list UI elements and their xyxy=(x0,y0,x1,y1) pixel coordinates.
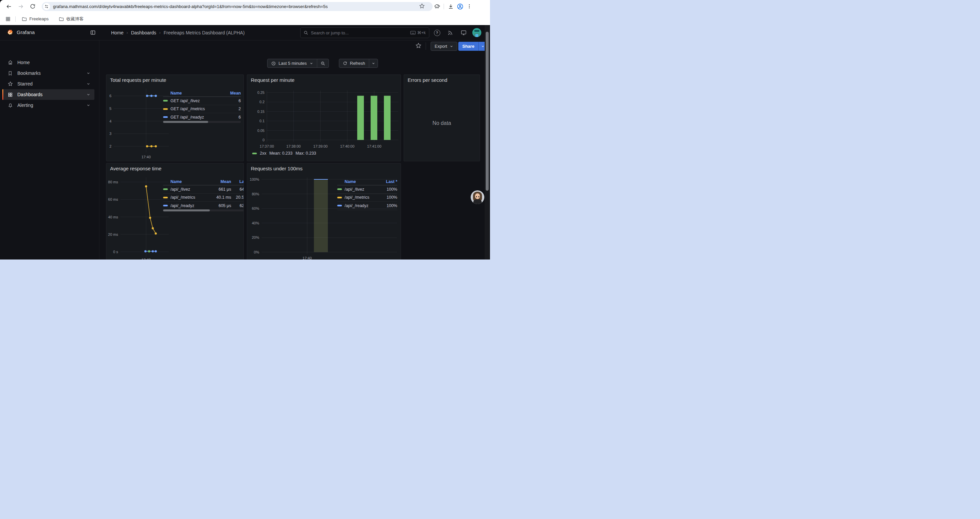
sidebar-item-home[interactable]: Home xyxy=(2,57,94,68)
chevron-down-icon[interactable] xyxy=(86,82,91,86)
legend-scrollbar[interactable] xyxy=(163,121,241,123)
user-avatar[interactable] xyxy=(473,28,481,37)
sidebar-item-dashboards[interactable]: Dashboards xyxy=(2,89,94,100)
legend-row[interactable]: GET /api/_/metrics 2 xyxy=(163,105,241,113)
sidebar-item-bookmarks[interactable]: Bookmarks xyxy=(2,68,94,78)
panel-avg-response-time: Average response time 80 ms60 ms40 ms20 … xyxy=(106,163,244,260)
avatar-detail xyxy=(475,34,478,37)
time-range-label: Last 5 minutes xyxy=(278,61,307,66)
legend-row[interactable]: /api/_/readyz 605 μs 620 xyxy=(163,202,244,210)
search-placeholder: Search or jump to... xyxy=(311,30,348,35)
panel-errors-per-second: Errors per second No data xyxy=(404,75,480,161)
series-color-pill xyxy=(163,116,168,118)
breadcrumb-home[interactable]: Home xyxy=(111,30,123,35)
search-input[interactable]: Search or jump to... ⌘+k xyxy=(300,27,429,38)
folder-icon xyxy=(22,16,27,22)
sidebar-toggle-button[interactable] xyxy=(90,30,96,35)
series-color-pill xyxy=(163,205,168,206)
help-button[interactable]: ? xyxy=(433,29,441,37)
bookmark-icon xyxy=(8,71,13,76)
panel-title[interactable]: Requests under 100ms xyxy=(251,166,302,171)
legend-row[interactable]: /api/_/readyz 100% xyxy=(337,202,397,210)
bookmark-folder-freeleaps[interactable]: Freeleaps xyxy=(19,15,51,23)
breadcrumb-dashboards[interactable]: Dashboards xyxy=(131,30,156,35)
chevron-down-icon xyxy=(372,61,375,65)
bar-chart[interactable]: 0.250.20.150.10.05017:37:0017:38:0017:39… xyxy=(247,91,401,151)
bookmark-folder-blogs[interactable]: 收藏博客 xyxy=(56,15,86,23)
column-name[interactable]: Name xyxy=(345,179,379,184)
chevron-down-icon[interactable] xyxy=(86,93,91,96)
share-button[interactable]: Share xyxy=(458,44,478,49)
legend-header: Name Last * xyxy=(337,178,397,185)
legend-row[interactable]: /api/_/livez 661 μs 646 xyxy=(163,185,244,194)
column-name[interactable]: Name xyxy=(170,91,224,96)
panel-title[interactable]: Average response time xyxy=(110,166,161,171)
legend-row[interactable]: /api/_/metrics 100% xyxy=(337,194,397,202)
chart-legend: 2xx Mean: 0.233 Max: 0.233 xyxy=(252,151,316,156)
display-button[interactable] xyxy=(459,29,468,37)
column-name[interactable]: Name xyxy=(170,179,213,184)
column-last[interactable]: Last * xyxy=(379,179,397,184)
chevron-down-icon[interactable] xyxy=(86,71,91,75)
monitor-icon xyxy=(461,30,467,36)
puzzle-icon xyxy=(434,3,440,10)
extensions-button[interactable] xyxy=(432,2,442,11)
refresh-group: Refresh xyxy=(339,59,378,68)
legend-row[interactable]: GET /api/_/livez 6 xyxy=(163,97,241,105)
refresh-button[interactable]: Refresh xyxy=(339,61,369,66)
avatar-body xyxy=(473,200,482,204)
browser-toolbar: grafana.mathmast.com/d/deytv4rwavabkb/fr… xyxy=(0,0,490,13)
column-last[interactable]: Las xyxy=(231,179,244,184)
panel-title[interactable]: Total requests per minute xyxy=(110,77,166,83)
chevron-down-icon[interactable] xyxy=(86,103,91,107)
sidebar-nav: Home Bookmarks Starred Dashboards Alerti… xyxy=(0,40,99,260)
scrollbar-thumb[interactable] xyxy=(486,32,488,191)
grafana-header: Grafana Home › Dashboards › Freeleaps Me… xyxy=(0,25,490,40)
apps-grid-button[interactable] xyxy=(3,14,13,24)
export-button[interactable]: Export xyxy=(431,42,457,51)
help-icon: ? xyxy=(434,30,440,36)
column-mean[interactable]: Mean xyxy=(224,91,241,96)
assistant-avatar-widget[interactable] xyxy=(471,190,484,204)
page-scrollbar[interactable] xyxy=(485,25,490,260)
sidebar-item-label: Starred xyxy=(18,81,33,86)
reload-button[interactable] xyxy=(28,2,37,11)
bookmark-star-button[interactable] xyxy=(419,3,425,9)
legend-scrollbar[interactable] xyxy=(163,209,244,211)
refresh-interval-button[interactable] xyxy=(369,61,378,65)
favorite-dashboard-button[interactable] xyxy=(415,42,422,49)
series-color-pill xyxy=(337,197,342,198)
breadcrumb: Home › Dashboards › Freeleaps Metrics Da… xyxy=(111,25,245,40)
panel-request-per-minute: Request per minute 0.250.20.150.10.05017… xyxy=(247,75,401,161)
panel-title[interactable]: Errors per second xyxy=(407,77,447,83)
chrome-menu-button[interactable] xyxy=(465,2,474,11)
legend-row[interactable]: /api/_/metrics 40.1 ms 20.5 r xyxy=(163,194,244,202)
sidebar-item-starred[interactable]: Starred xyxy=(2,78,94,89)
time-range-group: Last 5 minutes xyxy=(267,59,329,68)
panel-total-requests: Total requests per minute 6543217:40 Nam… xyxy=(106,75,244,161)
legend-series-name[interactable]: 2xx xyxy=(260,151,266,156)
legend-max: Max: 0.233 xyxy=(296,151,316,156)
url-bar[interactable]: grafana.mathmast.com/d/deytv4rwavabkb/fr… xyxy=(42,2,433,11)
star-icon xyxy=(419,3,425,9)
forward-button[interactable] xyxy=(16,2,25,11)
bookmark-folder-label: Freeleaps xyxy=(29,16,49,21)
toolbar-divider xyxy=(444,4,444,10)
back-arrow-icon xyxy=(6,3,12,10)
grafana-logo[interactable] xyxy=(6,29,14,36)
search-icon xyxy=(304,30,308,35)
clock-icon xyxy=(271,61,276,66)
legend-row[interactable]: GET /api/_/readyz 6 xyxy=(163,113,241,121)
sidebar-item-alerting[interactable]: Alerting xyxy=(2,100,94,110)
legend-row[interactable]: /api/_/livez 100% xyxy=(337,185,397,194)
back-button[interactable] xyxy=(4,2,13,11)
zoom-out-icon xyxy=(321,61,325,66)
profile-button[interactable] xyxy=(455,2,465,11)
panel-title[interactable]: Request per minute xyxy=(251,77,294,83)
downloads-button[interactable] xyxy=(446,2,455,11)
time-range-picker[interactable]: Last 5 minutes xyxy=(267,61,317,66)
news-button[interactable] xyxy=(445,29,454,37)
column-mean[interactable]: Mean xyxy=(213,179,231,184)
site-settings-icon[interactable] xyxy=(43,3,50,10)
zoom-out-button[interactable] xyxy=(317,61,329,66)
